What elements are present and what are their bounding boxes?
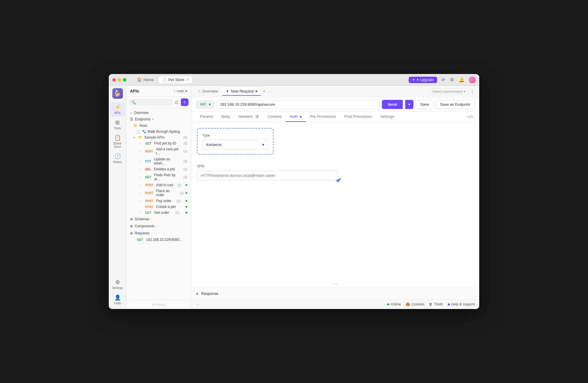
tree-item-add-cart[interactable]: › POST Add to cart (1) [126,182,191,188]
sidebar-item-settings[interactable]: ⚙ Settings [110,277,125,291]
user-avatar[interactable] [469,76,476,83]
tree-item-add-pet[interactable]: › POST Add a new pet t... (1) [126,146,191,156]
add-cart-dot [186,184,187,186]
tab-body[interactable]: Body [217,112,234,122]
tab-add-button[interactable]: + [261,88,267,95]
cookies-button[interactable]: 🍪 Cookies [406,302,424,306]
settings-icon-button[interactable]: ⚙ [449,76,455,83]
components-label: Components [135,224,155,228]
url-input[interactable] [216,100,380,109]
update-pet-label: Update an existi... [154,157,182,165]
schemas-arrow-icon: › [151,218,152,221]
pay-order-dot [186,200,187,202]
save-button[interactable]: Save [416,100,433,109]
help-label: Help & support [451,302,475,306]
sidebar-item-invite[interactable]: 👤 Invite [110,293,125,307]
find-pet-chevron-icon: › [139,142,142,145]
sidebar-item-share-docs[interactable]: 📋 Share Docs [110,133,125,150]
tree-item-sample-apis[interactable]: ▾ 📁 Sample APIs (9) [126,135,191,140]
tree-item-update-pet[interactable]: › PUT Update an existi... (2) [126,156,191,166]
notifications-button[interactable]: 🔔 [458,76,465,83]
code-view-button[interactable]: </> [466,115,475,119]
section-components[interactable]: ⊗ Components › [126,223,191,230]
search-input[interactable] [138,100,170,104]
spn-label: SPN [197,164,473,168]
close-button[interactable] [112,78,116,82]
search-box[interactable]: 🔍 [129,99,173,106]
online-status[interactable]: Online [387,302,401,306]
place-order-method: POST [144,191,154,195]
post-processors-tab-label: Post Processors [344,114,372,119]
sample-apis-chevron-icon: ▾ [133,136,136,139]
endpoints-label: Endpoints [135,117,151,121]
delete-pet-label: Deletes a pet [154,167,175,171]
panel-menu-button[interactable]: ⋮ [469,89,476,94]
method-get-label: GET [199,103,208,106]
tab-new-request[interactable]: ✦ New Request [222,87,261,96]
tree-item-request-get[interactable]: GET 192.168.10.229:8080... [126,237,191,243]
title-bar: 🏠 Home 📄 Pet Store ✕ ✦ ✦ Upgrade ⟳ ⚙ 🔔 [109,74,479,86]
tab-cookies[interactable]: Cookies [264,112,286,122]
send-dropdown-button[interactable]: ▾ [405,100,413,109]
tab-headers[interactable]: Headers 8 [234,112,263,122]
sidebar-item-tests[interactable]: ⊞ Tests [110,117,125,132]
settings-label: Settings [112,286,123,290]
tab-home[interactable]: 🏠 Home [133,76,157,83]
update-pet-method: PUT [144,159,152,163]
tab-overview[interactable]: ○ Overview [195,87,222,96]
tree-item-overview[interactable]: ○ Overview [126,110,191,116]
spn-input[interactable] [197,171,338,180]
section-schemas[interactable]: ⊛ Schemas › [126,216,191,223]
tab-settings[interactable]: Settings [376,112,398,122]
tab-post-processors[interactable]: Post Processors [340,112,376,122]
online-dot [387,303,389,305]
save-as-endpoint-button[interactable]: Save as Endpoint [436,100,475,109]
branch-selector[interactable]: ⑂ main ▾ [173,89,187,93]
branch-icon: ⑂ [173,89,176,93]
settings-icon: ⚙ [115,279,120,285]
tab-close-icon[interactable]: ✕ [186,78,189,82]
title-bar-right: ✦ ✦ Upgrade ⟳ ⚙ 🔔 [409,76,476,83]
invite-label: Invite [114,302,121,305]
tree-item-delete-pet[interactable]: › DEL Deletes a pet (1) [126,166,191,172]
cookies-label: Cookies [412,302,424,306]
tab-auth[interactable]: Auth [286,112,306,122]
sidebar-item-apis[interactable]: ⚡ APIs [110,102,125,116]
filter-button[interactable]: ⊡ [174,99,180,106]
add-cart-chevron-icon: › [139,184,142,187]
tab-home-label: Home [143,78,154,82]
tab-pre-processors[interactable]: Pre Processors [306,112,340,122]
tree-item-create-pet[interactable]: POST Create a pet [126,204,191,210]
upgrade-label: ✦ Upgrade [416,78,434,82]
sidebar-item-history[interactable]: 🕐 History [110,151,125,165]
help-support-button[interactable]: Help & support [448,302,475,306]
tree-item-walkthrough[interactable]: 📄 🐾 Walk through Apidog [126,129,191,135]
tree-item-find-pet[interactable]: › GET Find pet by ID (5) [126,140,191,146]
tab-pet-store[interactable]: 📄 Pet Store ✕ [158,76,192,83]
upgrade-button[interactable]: ✦ ✦ Upgrade [409,77,437,83]
response-header[interactable]: ∧ Response [196,291,475,296]
spn-section: SPN [197,164,473,180]
finds-pets-method: GET [144,175,153,179]
tree-item-get-order[interactable]: › GET Get order (1) [126,210,191,216]
refresh-button[interactable]: ⟳ [441,76,446,83]
tree-item-root[interactable]: 📁 Root [126,123,191,129]
minimize-button[interactable] [118,78,121,82]
trash-button[interactable]: 🗑 Trash [429,302,443,306]
method-selector[interactable]: GET ▾ [196,100,214,108]
tab-more-button[interactable]: ··· [268,89,273,94]
tab-params[interactable]: Params [196,112,217,122]
add-button[interactable]: + [181,98,188,106]
send-button[interactable]: Send [382,100,403,109]
section-endpoints[interactable]: ☰ Endpoints ▾ [126,116,191,123]
tree-item-finds-pets[interactable]: › GET Finds Pets by st... (2) [126,172,191,182]
back-icon[interactable]: ← [196,302,200,307]
tree-item-place-order[interactable]: › POST Place an order (1) [126,188,191,198]
auth-type-select[interactable]: Kerberos ▾ [202,140,268,149]
auth-tab-label: Auth [290,114,298,119]
maximize-button[interactable] [123,78,126,82]
environment-selector[interactable]: Select environment ▾ [430,88,468,95]
tree-item-pay-order[interactable]: › POST Pay order (1) [126,198,191,204]
section-requests[interactable]: ⊕ Requests › [126,230,191,237]
requests-label: Requests [135,231,150,235]
